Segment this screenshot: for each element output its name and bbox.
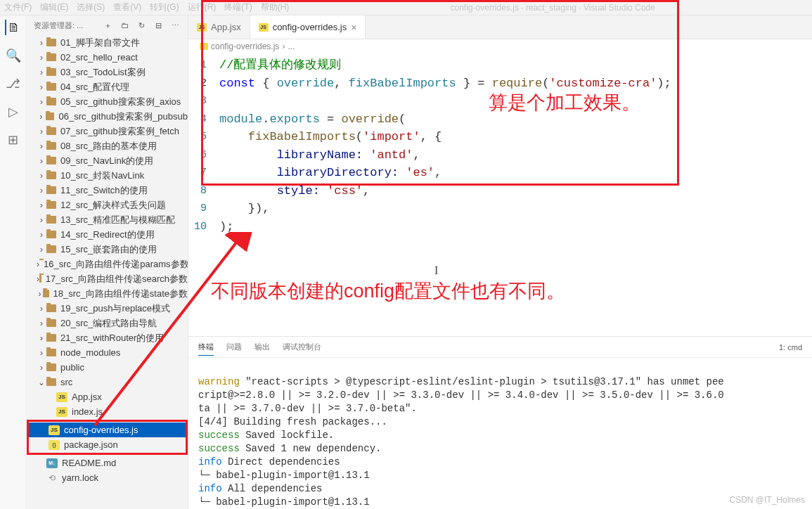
source-control-icon[interactable]: ⎇ [6,76,21,91]
folder-item[interactable]: ›01_脚手架自带文件 [27,35,188,50]
explorer-sidebar: 资源管理器: ... ＋ 🗀 ↻ ⊟ ⋯ ›01_脚手架自带文件›02_src_… [27,15,188,509]
file-item[interactable]: M↓README.md [27,456,188,470]
folder-item[interactable]: ›12_src_解决样式丢失问题 [27,198,188,212]
menu-run[interactable]: 运行(R) [188,1,217,13]
folder-item[interactable]: ›03_src_TodoList案例 [27,65,188,79]
folder-item[interactable]: ›15_src_嵌套路由的使用 [27,242,188,257]
folder-item[interactable]: ›19_src_push与replace模式 [27,301,188,316]
file-tree: ›01_脚手架自带文件›02_src_hello_react›03_src_To… [27,35,188,509]
js-icon: JS [259,23,269,32]
close-icon[interactable]: × [351,22,356,33]
menu-terminal[interactable]: 终端(T) [224,1,252,13]
menu-help[interactable]: 帮助(H) [261,1,290,13]
tab-config-overrides[interactable]: JS config-overrides.js × [250,15,366,39]
folder-item[interactable]: ›16_src_向路由组件传递params参数 [27,257,188,271]
folder-item[interactable]: ›17_src_向路由组件传递search参数 [27,271,188,286]
file-item[interactable]: JSindex.js [27,404,188,419]
annotation-box-sidebar: JSconfig-overrides.js{}package.json [27,420,188,455]
menu-view[interactable]: 查看(V) [113,1,141,13]
sidebar-title: 资源管理器: ... [34,20,96,31]
new-file-icon[interactable]: ＋ [102,20,113,31]
activity-bar: 🗎 🔍 ⎇ ▷ ⊞ [0,15,27,509]
js-icon [200,43,208,50]
menu-file[interactable]: 文件(F) [4,1,32,13]
menu-bar: 文件(F) 编辑(E) 选择(S) 查看(V) 转到(G) 运行(R) 终端(T… [0,0,812,15]
folder-item[interactable]: ›21_src_withRouter的使用 [27,330,188,345]
collapse-icon[interactable]: ⊟ [153,20,164,31]
extensions-icon[interactable]: ⊞ [6,132,21,148]
file-item[interactable]: JSApp.jsx [27,389,188,404]
folder-item[interactable]: ›04_src_配置代理 [27,79,188,94]
run-debug-icon[interactable]: ▷ [6,104,21,120]
folder-item[interactable]: ›06_src_github搜索案例_pubsub [27,109,188,124]
editor-area: JS App.jsx JS config-overrides.js × conf… [188,15,812,509]
window-title: config-overrides.js · react_staging · Vi… [451,3,655,13]
terminal-output[interactable]: warning "react-scripts > @typescript-esl… [188,358,812,509]
folder-item[interactable]: ›20_src_编程式路由导航 [27,316,188,330]
panel-tab-debug[interactable]: 调试控制台 [283,339,321,355]
panel-tab-problems[interactable]: 问题 [226,339,242,355]
jsx-icon: JS [197,23,207,32]
search-icon[interactable]: 🔍 [6,48,21,63]
file-config-overrides[interactable]: JSconfig-overrides.js [29,423,186,437]
folder-item[interactable]: ›18_src_向路由组件传递state参数 [27,286,188,301]
editor-tabs: JS App.jsx JS config-overrides.js × [188,15,812,39]
folder-item[interactable]: ›02_src_hello_react [27,50,188,65]
folder-item[interactable]: ›14_src_Redirect的使用 [27,227,188,242]
folder-src[interactable]: ⌄src [27,375,188,389]
menu-edit[interactable]: 编辑(E) [40,1,68,13]
new-folder-icon[interactable]: 🗀 [119,20,130,31]
panel-tab-terminal[interactable]: 终端 [198,339,214,356]
text-cursor-icon: I [434,264,438,277]
folder-item[interactable]: ›10_src_封装NavLink [27,168,188,183]
folder-item[interactable]: ›08_src_路由的基本使用 [27,138,188,153]
folder-item[interactable]: ›05_src_github搜索案例_axios [27,94,188,109]
watermark: CSDN @IT_Holmes [729,495,805,505]
refresh-icon[interactable]: ↻ [136,20,147,31]
terminal-selector[interactable]: 1: cmd [779,343,802,352]
folder-item[interactable]: ›07_src_github搜索案例_fetch [27,124,188,138]
folder-item[interactable]: ›09_src_NavLink的使用 [27,153,188,168]
file-item[interactable]: {}package.json [29,437,186,452]
code-editor[interactable]: 1//配置具体的修改规则 2const { override, fixBabel… [188,53,812,336]
tab-app-jsx[interactable]: JS App.jsx [188,15,250,39]
sidebar-header: 资源管理器: ... ＋ 🗀 ↻ ⊟ ⋯ [27,15,188,35]
bottom-panel: 终端 问题 输出 调试控制台 1: cmd warning "react-scr… [188,336,812,509]
folder-item[interactable]: ›13_src_精准匹配与模糊匹配 [27,212,188,227]
folder-item[interactable]: ›node_modules [27,345,188,360]
folder-item[interactable]: ›public [27,360,188,375]
menu-goto[interactable]: 转到(G) [150,1,179,13]
breadcrumb[interactable]: config-overrides.js › ... [188,39,812,53]
menu-select[interactable]: 选择(S) [77,1,105,13]
folder-item[interactable]: ›11_src_Switch的使用 [27,183,188,198]
file-item[interactable]: ⟲yarn.lock [27,470,188,485]
explorer-icon[interactable]: 🗎 [5,20,20,35]
panel-tab-output[interactable]: 输出 [254,339,270,355]
more-icon[interactable]: ⋯ [169,20,181,31]
panel-tabs: 终端 问题 输出 调试控制台 1: cmd [188,337,812,358]
